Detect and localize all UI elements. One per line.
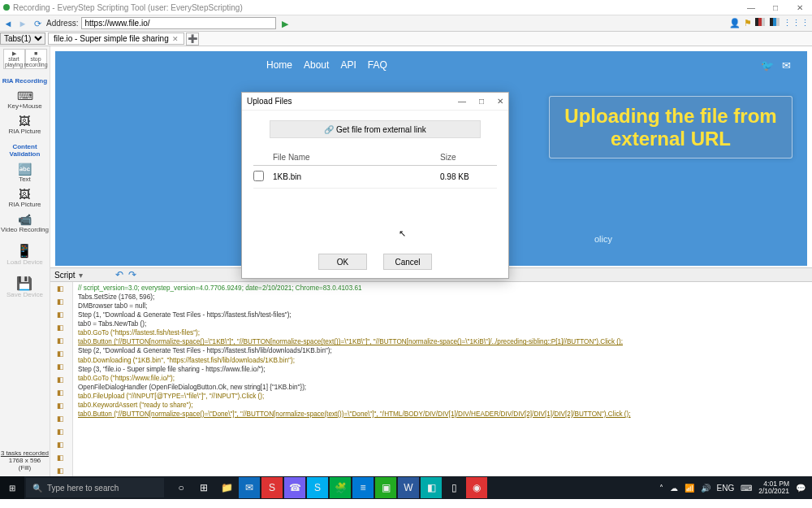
notes-icon[interactable]: ▯ [443, 477, 464, 498]
close-icon[interactable]: ✕ [788, 3, 812, 12]
app-teal-icon[interactable]: ◧ [421, 477, 442, 498]
app-green-icon[interactable]: ▣ [375, 477, 396, 498]
flag-icon[interactable]: ⚑ [744, 18, 752, 28]
section-content-validation: Content Validation [0, 143, 50, 158]
nine-dots-icon[interactable]: ⋮⋮⋮ [783, 18, 810, 28]
everystep-icon[interactable]: 🧩 [330, 477, 351, 498]
windows-taskbar: ⊞ 🔍 Type here to search ○ ⊞ 📁 ✉ S ☎ S 🧩 … [0, 476, 812, 499]
dialog-maximize-icon[interactable]: □ [479, 97, 484, 106]
section-ria-recording: RIA Recording [2, 77, 47, 85]
palette-icon [755, 18, 780, 28]
dialog-minimize-icon[interactable]: — [458, 97, 466, 106]
file-size-cell: 0.98 KB [440, 172, 497, 181]
undo-icon[interactable]: ↶ [115, 269, 123, 280]
cancel-button[interactable]: Cancel [383, 254, 432, 270]
lang-indicator[interactable]: ENG [717, 484, 735, 493]
tray-chevron-icon[interactable]: ˄ [659, 484, 663, 493]
tool-text[interactable]: 🔤Text [18, 163, 32, 183]
redo-icon[interactable]: ↷ [128, 269, 136, 280]
script-pane: ◧◧◧◧◧◧◧◧◧◧◧◧◧◧◧ // script_version=3.0; e… [50, 282, 812, 476]
back-icon[interactable]: ◄ [2, 18, 14, 29]
script-label: Script [54, 271, 76, 280]
section-video-recording[interactable]: 📹Video Recording [1, 213, 49, 233]
start-button[interactable]: ⊞ [0, 476, 24, 499]
window-titlebar: Recording - EveryStep Scripting Tool (us… [0, 0, 812, 15]
script-gutter: ◧◧◧◧◧◧◧◧◧◧◧◧◧◧◧ [50, 282, 73, 476]
tool-ria-picture-1[interactable]: 🖼RIA Picture [8, 115, 41, 135]
policy-text-fragment: olicy [594, 234, 612, 244]
viber-icon[interactable]: ☎ [284, 477, 305, 498]
search-placeholder: Type here to search [47, 484, 119, 493]
upload-files-dialog: Upload Files — □ ✕ 🔗 Get file from exter… [241, 92, 509, 279]
col-file-name: File Name [273, 153, 440, 162]
tool-ria-picture-2[interactable]: 🖼RIA Picture [8, 188, 41, 208]
script-dropdown-icon[interactable]: ▾ [79, 271, 83, 280]
get-file-external-button[interactable]: 🔗 Get file from external link [270, 120, 481, 138]
ok-button[interactable]: OK [318, 254, 367, 270]
tab-label: file.io - Super simple file sharing [54, 34, 169, 43]
cortana-icon[interactable]: ○ [171, 477, 192, 498]
left-sidebar: ▶start playing ■stop recording RIA Recor… [0, 46, 50, 476]
viewport-fill: (Fill) [1, 464, 49, 471]
stop-recording-button[interactable]: ■stop recording [25, 49, 47, 69]
tutorial-annotation: Uploading the file from external URL [549, 96, 793, 158]
address-label: Address: [46, 19, 78, 28]
record-indicator-icon [3, 4, 10, 11]
wifi-icon[interactable]: 📶 [685, 484, 694, 493]
refresh-icon[interactable]: ⟳ [32, 18, 43, 29]
maximize-icon[interactable]: □ [763, 3, 788, 12]
app-red-icon[interactable]: S [261, 477, 283, 498]
tool-key-mouse[interactable]: ⌨Key+Mouse [7, 89, 41, 110]
status-block: 3 tasks recorded 1768 x 596 (Fill) [1, 449, 49, 471]
address-toolbar: ◄ ► ⟳ Address: ▶ 👤 ⚑ ⋮⋮⋮ [0, 15, 812, 32]
viewport-dims: 1768 x 596 [1, 457, 49, 464]
save-device-button[interactable]: 💾Save Device [6, 276, 43, 298]
outlook-icon[interactable]: ✉ [239, 477, 260, 498]
load-device-button[interactable]: 📱Load Device [6, 243, 42, 266]
minimize-icon[interactable]: — [739, 3, 763, 12]
taskbar-apps: ○ ⊞ 📁 ✉ S ☎ S 🧩 ≡ ▣ W ◧ ▯ ◉ [171, 477, 487, 498]
recorder-icon[interactable]: ◉ [466, 477, 487, 498]
keyboard-icon[interactable]: ⌨ [741, 484, 752, 493]
nav-home[interactable]: Home [266, 59, 292, 71]
nav-about[interactable]: About [304, 59, 329, 71]
notifications-icon[interactable]: 💬 [796, 484, 806, 493]
taskbar-clock[interactable]: 4:01 PM2/10/2021 [758, 480, 789, 496]
dialog-table-header: File Name Size [253, 150, 497, 166]
window-title: Recording - EveryStep Scripting Tool (us… [13, 3, 243, 12]
nav-api[interactable]: API [340, 59, 356, 71]
go-icon[interactable]: ▶ [279, 18, 291, 29]
mail-icon[interactable]: ✉ [782, 59, 791, 72]
dialog-close-icon[interactable]: ✕ [497, 97, 503, 106]
vscode-icon[interactable]: ≡ [352, 477, 374, 498]
file-row[interactable]: 1KB.bin 0.98 KB [253, 166, 497, 189]
browser-tab[interactable]: file.io - Super simple file sharing ✕ [48, 33, 184, 45]
new-tab-button[interactable]: ➕ [186, 33, 199, 46]
word-icon[interactable]: W [398, 477, 419, 498]
tasks-recorded-link[interactable]: 3 tasks recorded [1, 449, 49, 457]
tab-row: Tabs(1) file.io - Super simple file shar… [0, 32, 812, 46]
file-checkbox[interactable] [253, 171, 264, 181]
address-input[interactable] [81, 17, 276, 29]
user-icon[interactable]: 👤 [729, 18, 741, 28]
twitter-icon[interactable]: 🐦 [761, 59, 774, 72]
file-name-cell: 1KB.bin [273, 172, 440, 181]
cloud-icon[interactable]: ☁ [670, 484, 678, 493]
search-icon: 🔍 [32, 484, 42, 493]
col-size: Size [440, 153, 497, 162]
start-playing-button[interactable]: ▶start playing [3, 49, 25, 69]
tabs-selector[interactable]: Tabs(1) [0, 33, 45, 45]
nav-faq[interactable]: FAQ [368, 59, 387, 71]
taskbar-search[interactable]: 🔍 Type here to search [26, 478, 164, 497]
skype-icon[interactable]: S [307, 477, 328, 498]
volume-icon[interactable]: 🔊 [701, 484, 710, 493]
mouse-cursor-icon: ↖ [399, 228, 406, 239]
tab-close-icon[interactable]: ✕ [172, 35, 179, 43]
forward-icon[interactable]: ► [17, 18, 28, 29]
taskview-icon[interactable]: ⊞ [193, 477, 214, 498]
explorer-icon[interactable]: 📁 [216, 477, 237, 498]
dialog-title: Upload Files [247, 97, 292, 106]
system-tray: ˄ ☁ 📶 🔊 ENG ⌨ 4:01 PM2/10/2021 💬 [659, 480, 813, 496]
site-nav: Home About API FAQ [266, 59, 387, 71]
script-code[interactable]: // script_version=3.0; everystep_version… [73, 282, 812, 476]
